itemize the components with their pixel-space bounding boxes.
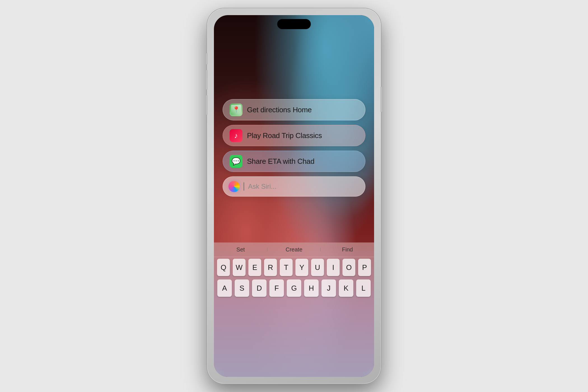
siri-orb-icon (228, 181, 240, 192)
suggestion-directions[interactable]: Get directions Home (223, 99, 365, 120)
keyboard-row-2: A S D F G H J K L (214, 278, 374, 298)
keyboard-suggest-row: Set Create Find (214, 246, 374, 253)
keyboard-row-1: Q W E R T Y U I O P (214, 257, 374, 278)
key-k[interactable]: K (339, 279, 353, 297)
key-g[interactable]: G (287, 279, 301, 297)
dynamic-island (277, 19, 311, 29)
key-e[interactable]: E (248, 259, 261, 276)
siri-suggestions-area: Get directions Home ♪ Play Road Trip Cla… (223, 99, 365, 197)
keyboard-area: Set Create Find Q W E R T Y U I O P A (214, 242, 374, 377)
keyboard-suggest-find[interactable]: Find (321, 246, 374, 253)
volume-up-button[interactable] (206, 70, 207, 90)
key-y[interactable]: Y (295, 259, 308, 276)
key-h[interactable]: H (304, 279, 319, 297)
key-f[interactable]: F (269, 279, 284, 297)
suggestion-messages-text: Share ETA with Chad (247, 157, 314, 166)
key-j[interactable]: J (321, 279, 336, 297)
messages-icon: 💬 (230, 155, 242, 168)
key-u[interactable]: U (311, 259, 324, 276)
key-l[interactable]: L (356, 279, 371, 297)
key-s[interactable]: S (235, 279, 249, 297)
key-i[interactable]: I (327, 259, 340, 276)
key-p[interactable]: P (358, 259, 371, 276)
suggestion-directions-text: Get directions Home (247, 106, 312, 114)
key-d[interactable]: D (252, 279, 267, 297)
suggestion-messages[interactable]: 💬 Share ETA with Chad (223, 151, 365, 172)
siri-text-cursor (244, 182, 244, 191)
keyboard-suggestions-bar: Set Create Find (214, 242, 374, 257)
siri-input-bar[interactable]: Ask Siri... (223, 176, 365, 197)
suggestion-music[interactable]: ♪ Play Road Trip Classics (223, 125, 365, 146)
maps-icon (230, 103, 242, 116)
siri-placeholder-text: Ask Siri... (248, 183, 276, 190)
keyboard-suggest-set[interactable]: Set (214, 246, 267, 253)
key-q[interactable]: Q (217, 259, 230, 276)
volume-down-button[interactable] (206, 95, 207, 115)
key-o[interactable]: O (342, 259, 355, 276)
key-a[interactable]: A (217, 279, 232, 297)
key-r[interactable]: R (264, 259, 277, 276)
power-button[interactable] (381, 87, 382, 112)
silent-switch[interactable] (206, 53, 207, 64)
phone-frame: Get directions Home ♪ Play Road Trip Cla… (207, 8, 381, 384)
music-icon: ♪ (230, 129, 242, 142)
suggestion-music-text: Play Road Trip Classics (247, 131, 322, 140)
key-w[interactable]: W (233, 259, 246, 276)
keyboard-suggest-create[interactable]: Create (267, 246, 321, 253)
key-t[interactable]: T (280, 259, 293, 276)
phone-screen: Get directions Home ♪ Play Road Trip Cla… (214, 15, 374, 377)
